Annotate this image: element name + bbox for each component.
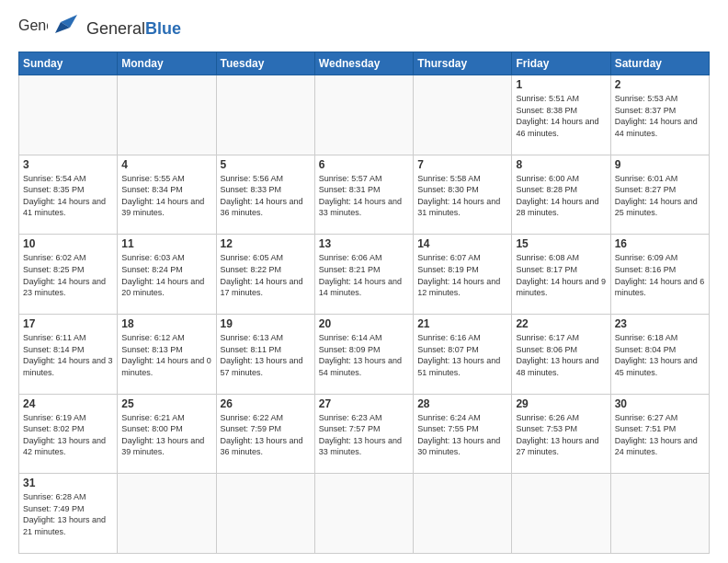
day-number: 4 [121,158,211,171]
day-number: 11 [121,237,211,250]
calendar-cell: 11Sunrise: 6:03 AM Sunset: 8:24 PM Dayli… [118,235,216,315]
calendar-cell: 5Sunrise: 5:56 AM Sunset: 8:33 PM Daylig… [216,155,314,235]
calendar-week-6: 31Sunrise: 6:28 AM Sunset: 7:49 PM Dayli… [19,474,710,554]
day-info: Sunrise: 6:02 AM Sunset: 8:25 PM Dayligh… [23,252,113,298]
day-info: Sunrise: 6:01 AM Sunset: 8:27 PM Dayligh… [615,173,705,219]
logo-text: GeneralBlue [86,19,181,39]
calendar-cell: 18Sunrise: 6:12 AM Sunset: 8:13 PM Dayli… [118,314,216,394]
day-info: Sunrise: 6:06 AM Sunset: 8:21 PM Dayligh… [319,252,409,298]
calendar-header: General GeneralBlue [18,15,710,42]
day-number: 23 [615,317,705,330]
calendar-cell: 12Sunrise: 6:05 AM Sunset: 8:22 PM Dayli… [216,235,314,315]
calendar-cell: 8Sunrise: 6:00 AM Sunset: 8:28 PM Daylig… [512,155,610,235]
calendar-cell: 4Sunrise: 5:55 AM Sunset: 8:34 PM Daylig… [118,155,216,235]
calendar-cell: 24Sunrise: 6:19 AM Sunset: 8:02 PM Dayli… [19,394,118,474]
day-info: Sunrise: 5:58 AM Sunset: 8:30 PM Dayligh… [417,173,507,219]
calendar-cell: 21Sunrise: 6:16 AM Sunset: 8:07 PM Dayli… [414,314,512,394]
day-number: 5 [221,158,311,171]
calendar-cell: 19Sunrise: 6:13 AM Sunset: 8:11 PM Dayli… [216,314,314,394]
calendar-cell: 28Sunrise: 6:24 AM Sunset: 7:55 PM Dayli… [414,394,512,474]
day-number: 24 [23,397,113,410]
day-info: Sunrise: 5:53 AM Sunset: 8:37 PM Dayligh… [615,93,705,139]
day-number: 12 [221,237,311,250]
calendar-header-row: SundayMondayTuesdayWednesdayThursdayFrid… [19,52,710,75]
col-header-monday: Monday [118,52,216,75]
logo-icon: General [18,16,48,41]
day-info: Sunrise: 5:57 AM Sunset: 8:31 PM Dayligh… [319,173,409,219]
calendar-cell: 6Sunrise: 5:57 AM Sunset: 8:31 PM Daylig… [314,155,413,235]
day-info: Sunrise: 6:22 AM Sunset: 7:59 PM Dayligh… [221,412,311,458]
calendar-cell: 27Sunrise: 6:23 AM Sunset: 7:57 PM Dayli… [314,394,413,474]
day-number: 14 [417,237,507,250]
day-number: 19 [221,317,311,330]
calendar-week-2: 3Sunrise: 5:54 AM Sunset: 8:35 PM Daylig… [19,155,710,235]
calendar-cell: 25Sunrise: 6:21 AM Sunset: 8:00 PM Dayli… [118,394,216,474]
day-info: Sunrise: 6:17 AM Sunset: 8:06 PM Dayligh… [516,332,606,378]
calendar-cell: 7Sunrise: 5:58 AM Sunset: 8:30 PM Daylig… [414,155,512,235]
day-info: Sunrise: 5:55 AM Sunset: 8:34 PM Dayligh… [121,173,211,219]
day-number: 17 [23,317,113,330]
calendar-cell: 15Sunrise: 6:08 AM Sunset: 8:17 PM Dayli… [512,235,610,315]
calendar-cell [414,474,512,554]
col-header-tuesday: Tuesday [216,52,314,75]
day-info: Sunrise: 6:18 AM Sunset: 8:04 PM Dayligh… [615,332,705,378]
day-number: 2 [615,78,705,91]
day-number: 6 [319,158,409,171]
col-header-sunday: Sunday [19,52,118,75]
calendar-table: SundayMondayTuesdayWednesdayThursdayFrid… [18,52,710,554]
day-number: 8 [516,158,606,171]
day-info: Sunrise: 6:12 AM Sunset: 8:13 PM Dayligh… [121,332,211,378]
day-info: Sunrise: 6:23 AM Sunset: 7:57 PM Dayligh… [319,412,409,458]
calendar-cell [118,474,216,554]
col-header-wednesday: Wednesday [314,52,413,75]
logo-bird-icon [51,15,85,42]
logo: General GeneralBlue [18,15,181,42]
calendar-week-3: 10Sunrise: 6:02 AM Sunset: 8:25 PM Dayli… [19,235,710,315]
calendar-cell [314,474,413,554]
day-info: Sunrise: 6:19 AM Sunset: 8:02 PM Dayligh… [23,412,113,458]
day-number: 29 [516,397,606,410]
calendar-week-1: 1Sunrise: 5:51 AM Sunset: 8:38 PM Daylig… [19,75,710,155]
day-info: Sunrise: 6:11 AM Sunset: 8:14 PM Dayligh… [23,332,113,378]
calendar-cell: 2Sunrise: 5:53 AM Sunset: 8:37 PM Daylig… [610,75,709,155]
calendar-cell: 3Sunrise: 5:54 AM Sunset: 8:35 PM Daylig… [19,155,118,235]
day-info: Sunrise: 5:54 AM Sunset: 8:35 PM Dayligh… [23,173,113,219]
day-info: Sunrise: 6:07 AM Sunset: 8:19 PM Dayligh… [417,252,507,298]
calendar-cell: 20Sunrise: 6:14 AM Sunset: 8:09 PM Dayli… [314,314,413,394]
day-info: Sunrise: 6:24 AM Sunset: 7:55 PM Dayligh… [417,412,507,458]
calendar-cell [512,474,610,554]
day-info: Sunrise: 6:16 AM Sunset: 8:07 PM Dayligh… [417,332,507,378]
day-info: Sunrise: 6:05 AM Sunset: 8:22 PM Dayligh… [221,252,311,298]
day-info: Sunrise: 6:08 AM Sunset: 8:17 PM Dayligh… [516,252,606,298]
calendar-cell: 22Sunrise: 6:17 AM Sunset: 8:06 PM Dayli… [512,314,610,394]
day-number: 30 [615,397,705,410]
day-number: 21 [417,317,507,330]
day-info: Sunrise: 6:21 AM Sunset: 8:00 PM Dayligh… [121,412,211,458]
day-info: Sunrise: 6:00 AM Sunset: 8:28 PM Dayligh… [516,173,606,219]
calendar-cell [610,474,709,554]
day-info: Sunrise: 6:03 AM Sunset: 8:24 PM Dayligh… [121,252,211,298]
calendar-week-4: 17Sunrise: 6:11 AM Sunset: 8:14 PM Dayli… [19,314,710,394]
day-number: 26 [221,397,311,410]
day-number: 15 [516,237,606,250]
day-number: 27 [319,397,409,410]
calendar-week-5: 24Sunrise: 6:19 AM Sunset: 8:02 PM Dayli… [19,394,710,474]
calendar-cell: 13Sunrise: 6:06 AM Sunset: 8:21 PM Dayli… [314,235,413,315]
calendar-cell [314,75,413,155]
calendar-cell: 9Sunrise: 6:01 AM Sunset: 8:27 PM Daylig… [610,155,709,235]
calendar-cell [118,75,216,155]
calendar-cell: 14Sunrise: 6:07 AM Sunset: 8:19 PM Dayli… [414,235,512,315]
day-info: Sunrise: 5:51 AM Sunset: 8:38 PM Dayligh… [516,93,606,139]
calendar-cell: 26Sunrise: 6:22 AM Sunset: 7:59 PM Dayli… [216,394,314,474]
calendar-cell [216,75,314,155]
day-number: 3 [23,158,113,171]
day-info: Sunrise: 6:27 AM Sunset: 7:51 PM Dayligh… [615,412,705,458]
col-header-thursday: Thursday [414,52,512,75]
day-number: 10 [23,237,113,250]
day-number: 9 [615,158,705,171]
day-number: 22 [516,317,606,330]
col-header-friday: Friday [512,52,610,75]
day-info: Sunrise: 6:09 AM Sunset: 8:16 PM Dayligh… [615,252,705,298]
calendar-cell [414,75,512,155]
calendar-cell: 29Sunrise: 6:26 AM Sunset: 7:53 PM Dayli… [512,394,610,474]
